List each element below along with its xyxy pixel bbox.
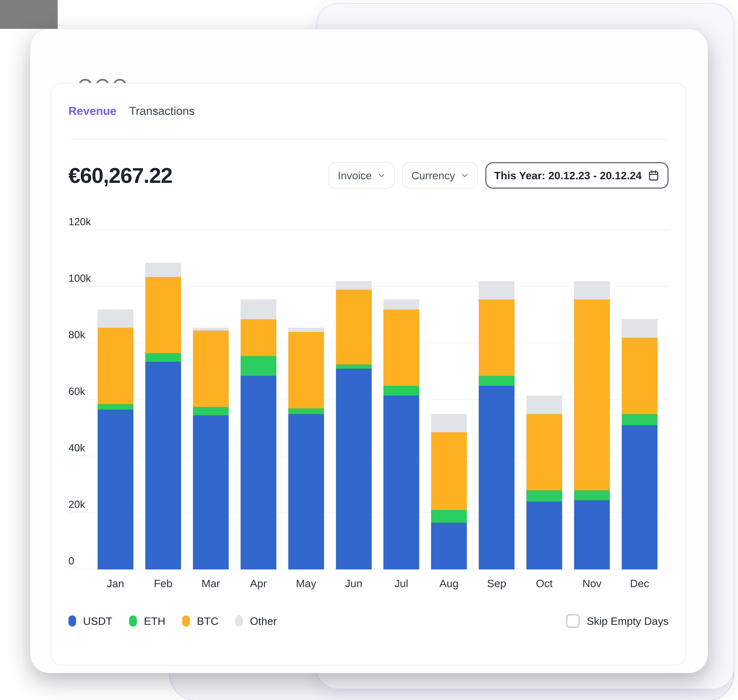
skip-empty-days-label: Skip Empty Days xyxy=(587,615,669,627)
bar-segment-eth xyxy=(336,365,372,369)
bar-segment-btc xyxy=(479,299,515,376)
usdt-color-swatch xyxy=(68,615,76,626)
bar-segment-btc xyxy=(193,331,229,407)
bar-mar[interactable] xyxy=(193,328,229,569)
x-axis-label-jul: Jul xyxy=(377,577,425,590)
legend-item-eth[interactable]: ETH xyxy=(129,615,165,627)
bar-sep[interactable] xyxy=(479,281,515,569)
currency-dropdown-label: Currency xyxy=(411,169,455,182)
bar-apr[interactable] xyxy=(241,299,276,569)
bar-segment-eth xyxy=(383,386,419,396)
bar-segment-usdt xyxy=(383,396,419,569)
bar-segment-usdt xyxy=(98,410,134,569)
date-range-picker[interactable]: This Year: 20.12.23 - 20.12.24 xyxy=(485,162,669,189)
y-axis-tick-label: 80k xyxy=(68,329,85,341)
x-axis-label-apr: Apr xyxy=(235,577,282,590)
bar-segment-btc xyxy=(145,277,181,353)
bar-feb[interactable] xyxy=(145,263,181,569)
x-axis-label-nov: Nov xyxy=(568,577,616,590)
x-axis-label-aug: Aug xyxy=(425,577,473,590)
x-axis-label-mar: Mar xyxy=(187,577,235,590)
x-axis-label-dec: Dec xyxy=(616,577,663,590)
bar-segment-usdt xyxy=(241,376,276,569)
x-axis-label-jan: Jan xyxy=(92,577,139,590)
eth-color-swatch xyxy=(129,615,137,626)
bar-segment-other xyxy=(383,299,419,309)
bar-segment-other xyxy=(193,328,229,331)
x-axis-label-sep: Sep xyxy=(473,577,521,590)
bar-segment-btc xyxy=(383,309,419,386)
bar-segment-eth xyxy=(98,404,134,410)
skip-empty-days-checkbox[interactable] xyxy=(566,614,580,628)
bar-segment-usdt xyxy=(145,362,181,569)
btc-color-swatch xyxy=(182,615,190,626)
bar-segment-other xyxy=(145,263,181,277)
bar-segment-btc xyxy=(622,338,657,414)
bar-segment-usdt xyxy=(431,523,467,569)
calendar-icon xyxy=(647,169,660,182)
bar-dec[interactable] xyxy=(622,319,657,569)
bar-segment-usdt xyxy=(479,386,515,570)
bar-segment-other xyxy=(527,396,562,414)
bar-segment-other xyxy=(574,281,610,300)
bar-segment-other xyxy=(98,309,134,328)
tab-bar: Revenue Transactions xyxy=(68,104,195,118)
bar-segment-eth xyxy=(527,490,562,501)
bar-segment-eth xyxy=(622,414,657,425)
bar-segment-btc xyxy=(574,299,610,490)
bar-jun[interactable] xyxy=(336,281,372,569)
legend-item-other[interactable]: Other xyxy=(235,615,277,627)
y-axis-tick-label: 20k xyxy=(68,498,85,510)
bar-may[interactable] xyxy=(288,328,324,569)
chevron-down-icon xyxy=(378,172,385,179)
legend-label: BTC xyxy=(197,615,218,627)
bar-segment-usdt xyxy=(193,415,229,569)
y-axis-tick-label: 60k xyxy=(68,385,85,397)
bar-segment-eth xyxy=(145,353,181,362)
invoice-dropdown[interactable]: Invoice xyxy=(328,162,395,189)
app-window: Revenue Transactions €60,267.22 Invoice … xyxy=(30,29,708,673)
tab-transactions[interactable]: Transactions xyxy=(129,104,195,118)
bar-segment-other xyxy=(241,299,276,319)
bar-segment-usdt xyxy=(622,425,657,569)
y-axis-tick-label: 0 xyxy=(68,555,74,567)
total-amount: €60,267.22 xyxy=(68,163,172,188)
legend-label: Other xyxy=(250,615,277,627)
legend-label: ETH xyxy=(144,615,165,627)
bar-segment-usdt xyxy=(336,369,372,569)
revenue-panel: Revenue Transactions €60,267.22 Invoice … xyxy=(51,83,686,665)
legend-item-btc[interactable]: BTC xyxy=(182,615,218,627)
gridline-120k xyxy=(68,229,669,230)
skip-empty-days-control: Skip Empty Days xyxy=(566,614,669,628)
bar-segment-eth xyxy=(574,490,610,500)
bar-aug[interactable] xyxy=(431,414,467,569)
bar-segment-other xyxy=(479,281,515,300)
bar-segment-other xyxy=(622,319,657,338)
bar-segment-btc xyxy=(431,432,467,510)
bar-segment-eth xyxy=(241,356,276,376)
other-color-swatch xyxy=(235,615,243,626)
bar-segment-eth xyxy=(193,407,229,415)
chart-footer: USDT ETH BTC Other Skip Empty Days xyxy=(68,612,669,629)
date-range-label: This Year: 20.12.23 - 20.12.24 xyxy=(494,169,642,182)
bar-nov[interactable] xyxy=(574,281,610,569)
background-noise-texture xyxy=(0,0,58,29)
x-axis-label-jun: Jun xyxy=(330,577,378,590)
bar-segment-btc xyxy=(98,328,134,404)
bar-segment-other xyxy=(431,414,467,432)
currency-dropdown[interactable]: Currency xyxy=(402,162,478,189)
bar-segment-usdt xyxy=(288,414,324,570)
legend-label: USDT xyxy=(83,615,112,627)
invoice-dropdown-label: Invoice xyxy=(337,169,372,182)
y-axis-tick-label: 120k xyxy=(68,216,91,228)
bar-segment-eth xyxy=(479,376,515,385)
x-axis-label-oct: Oct xyxy=(521,577,568,590)
legend-item-usdt[interactable]: USDT xyxy=(68,615,112,627)
bar-segment-usdt xyxy=(574,500,610,569)
bar-segment-other xyxy=(288,328,324,332)
bar-jan[interactable] xyxy=(98,309,134,569)
bar-segment-btc xyxy=(288,332,324,408)
bar-oct[interactable] xyxy=(527,396,562,569)
bar-jul[interactable] xyxy=(383,299,419,569)
tab-revenue[interactable]: Revenue xyxy=(68,104,116,118)
